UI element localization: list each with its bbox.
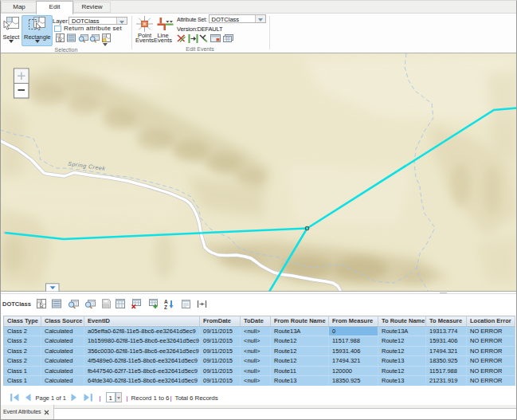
svg-text:Z: Z [164,304,167,310]
